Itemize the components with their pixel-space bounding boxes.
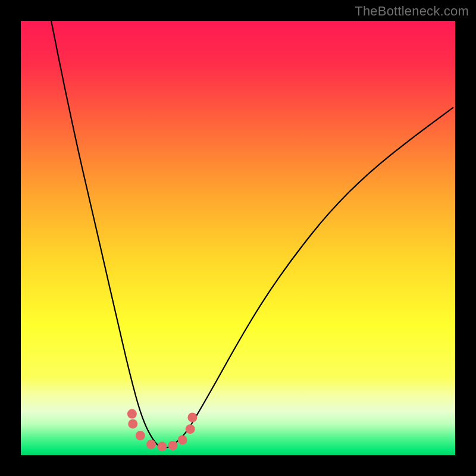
chart-svg: [21, 21, 455, 455]
curve-marker: [186, 424, 195, 434]
curve-marker: [127, 409, 137, 419]
curve-marker: [128, 419, 137, 428]
gradient-background: [21, 21, 455, 455]
plot-area: [21, 21, 455, 455]
chart-frame: TheBottleneck.com: [0, 0, 476, 476]
curve-marker: [146, 440, 156, 449]
curve-marker: [157, 441, 167, 451]
curve-marker: [178, 435, 187, 444]
curve-marker: [136, 431, 145, 440]
curve-marker: [187, 413, 197, 422]
watermark-text: TheBottleneck.com: [355, 4, 469, 19]
curve-marker: [168, 441, 178, 450]
